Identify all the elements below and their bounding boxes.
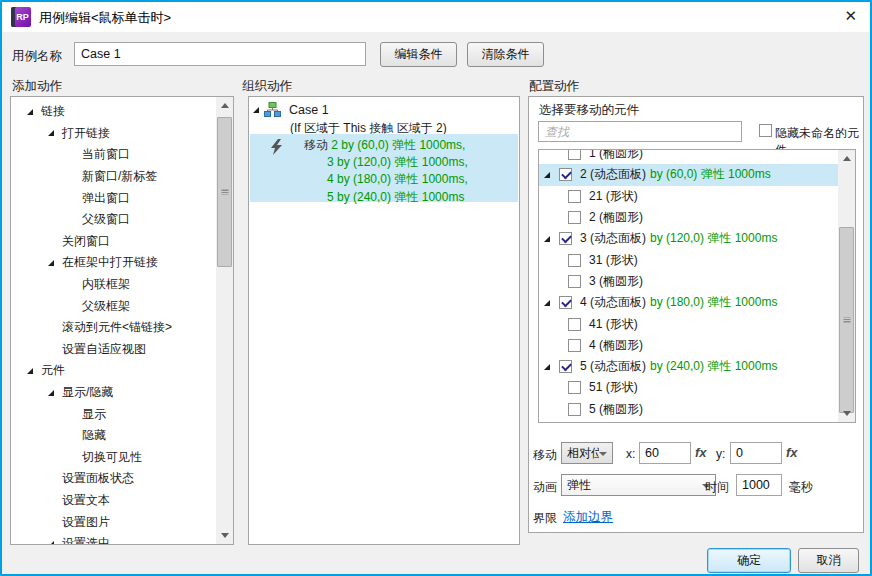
- cancel-button[interactable]: 取消: [798, 548, 859, 573]
- scroll-down-icon[interactable]: [216, 527, 233, 544]
- x-fx-button[interactable]: fx: [695, 445, 707, 460]
- selected-action[interactable]: 移动 2 by (60,0) 弹性 1000ms,3 by (120,0) 弹性…: [250, 134, 518, 202]
- action-tree-item[interactable]: 元件: [11, 360, 216, 382]
- action-tree-item[interactable]: 滚动到元件<锚链接>: [11, 317, 216, 339]
- widget-label: 5 (椭圆形): [589, 401, 643, 418]
- checkbox[interactable]: [568, 275, 581, 288]
- widget-row[interactable]: 21 (形状): [539, 186, 838, 207]
- widget-row[interactable]: 51 (形状): [539, 377, 838, 398]
- checkbox[interactable]: [568, 149, 581, 160]
- widget-row[interactable]: 4 (椭圆形): [539, 335, 838, 356]
- action-tree-item[interactable]: 显示: [11, 403, 216, 425]
- expand-triangle-icon[interactable]: [48, 130, 62, 136]
- scrollbar-thumb[interactable]: [839, 227, 854, 413]
- action-params: 3 by (120,0) 弹性 1000ms,: [327, 155, 468, 169]
- action-line: 5 by (240,0) 弹性 1000ms: [304, 189, 468, 206]
- action-tree-item[interactable]: 新窗口/新标签: [11, 166, 216, 188]
- widget-row[interactable]: 3 (椭圆形): [539, 271, 838, 292]
- time-input[interactable]: [736, 474, 782, 496]
- scroll-down-icon[interactable]: [838, 405, 855, 422]
- expand-triangle-icon[interactable]: [27, 109, 41, 115]
- widget-row[interactable]: 1 (椭圆形): [539, 149, 838, 164]
- expand-triangle-icon[interactable]: [544, 364, 557, 370]
- action-tree-item[interactable]: 设置图片: [11, 511, 216, 533]
- checkbox[interactable]: [559, 360, 572, 373]
- widget-row[interactable]: 41 (形状): [539, 313, 838, 334]
- widget-label: 5 (动态面板): [580, 358, 646, 375]
- expand-triangle-icon[interactable]: [544, 236, 557, 242]
- action-tree-item[interactable]: 内联框架: [11, 274, 216, 296]
- configure-actions-panel: 选择要移动的元件 隐藏未命名的元件 1 (椭圆形)2 (动态面板)by (60,…: [528, 96, 864, 533]
- action-tree-item[interactable]: 父级框架: [11, 295, 216, 317]
- action-verb: 移动: [304, 138, 331, 152]
- close-icon[interactable]: ✕: [844, 7, 857, 25]
- widget-row[interactable]: 4 (动态面板)by (180,0) 弹性 1000ms: [539, 292, 838, 313]
- action-tree-label: 父级框架: [82, 298, 130, 315]
- checkbox[interactable]: [559, 296, 572, 309]
- action-tree-item[interactable]: 打开链接: [11, 123, 216, 145]
- animation-select[interactable]: 弹性: [561, 474, 716, 496]
- action-tree-item[interactable]: 弹出窗口: [11, 187, 216, 209]
- scroll-up-icon[interactable]: [838, 150, 855, 167]
- search-input[interactable]: [538, 121, 742, 142]
- edit-condition-button[interactable]: 编辑条件: [380, 42, 457, 67]
- checkbox[interactable]: [568, 381, 581, 394]
- move-mode-select[interactable]: 相对位置: [561, 442, 613, 464]
- action-tree-item[interactable]: 切换可见性: [11, 447, 216, 469]
- action-tree-item[interactable]: 设置面板状态: [11, 468, 216, 490]
- scrollbar-thumb[interactable]: [217, 117, 232, 267]
- widget-row[interactable]: 5 (椭圆形): [539, 399, 838, 420]
- checkbox[interactable]: [568, 190, 581, 203]
- organize-actions-panel: Case 1 (If 区域于 This 接触 区域于 2) 移动 2 by (6…: [248, 96, 520, 545]
- checkbox[interactable]: [568, 339, 581, 352]
- widget-row[interactable]: 2 (动态面板)by (60,0) 弹性 1000ms: [539, 164, 838, 185]
- widget-row[interactable]: 5 (动态面板)by (240,0) 弹性 1000ms: [539, 356, 838, 377]
- ok-button[interactable]: 确定: [707, 548, 791, 573]
- y-fx-button[interactable]: fx: [786, 445, 798, 460]
- y-input[interactable]: [730, 442, 782, 464]
- action-tree-item[interactable]: 设置选中: [11, 533, 216, 544]
- checkbox[interactable]: [559, 232, 572, 245]
- widget-row[interactable]: 31 (形状): [539, 249, 838, 270]
- action-tree-item[interactable]: 关闭窗口: [11, 231, 216, 253]
- widget-row[interactable]: 3 (动态面板)by (120,0) 弹性 1000ms: [539, 228, 838, 249]
- hide-unnamed-checkbox[interactable]: [759, 124, 772, 137]
- action-tree-item[interactable]: 链接: [11, 101, 216, 123]
- action-tree-item[interactable]: 当前窗口: [11, 144, 216, 166]
- checkbox[interactable]: [568, 318, 581, 331]
- widget-row[interactable]: 2 (椭圆形): [539, 207, 838, 228]
- scroll-up-icon[interactable]: [216, 97, 233, 114]
- widget-label: 2 (椭圆形): [589, 209, 643, 226]
- case-name-input[interactable]: [74, 42, 366, 66]
- action-line: 移动 2 by (60,0) 弹性 1000ms,: [304, 137, 468, 154]
- x-input[interactable]: [639, 442, 691, 464]
- time-label: 时间: [705, 479, 729, 496]
- scrollbar[interactable]: [838, 150, 855, 422]
- add-boundary-link[interactable]: 添加边界: [563, 509, 613, 526]
- scrollbar[interactable]: [216, 97, 233, 544]
- action-tree-item[interactable]: 设置文本: [11, 490, 216, 512]
- action-tree-item[interactable]: 显示/隐藏: [11, 382, 216, 404]
- clear-condition-button[interactable]: 清除条件: [467, 42, 544, 67]
- checkbox[interactable]: [568, 211, 581, 224]
- expand-triangle-icon[interactable]: [253, 107, 259, 113]
- action-tree-label: 设置选中: [62, 535, 110, 544]
- expand-triangle-icon[interactable]: [48, 390, 62, 396]
- action-tree-item[interactable]: 设置自适应视图: [11, 339, 216, 361]
- action-tree-label: 弹出窗口: [82, 190, 130, 207]
- action-tree-item[interactable]: 隐藏: [11, 425, 216, 447]
- expand-triangle-icon[interactable]: [544, 300, 557, 306]
- action-params: 5 by (240,0) 弹性 1000ms: [327, 190, 464, 204]
- action-tree-item[interactable]: 在框架中打开链接: [11, 252, 216, 274]
- action-tree-item[interactable]: 父级窗口: [11, 209, 216, 231]
- action-tree-label: 设置图片: [62, 514, 110, 531]
- expand-triangle-icon[interactable]: [48, 260, 62, 266]
- checkbox[interactable]: [568, 254, 581, 267]
- expand-triangle-icon[interactable]: [544, 172, 557, 178]
- expand-triangle-icon[interactable]: [48, 541, 62, 544]
- action-text: 移动 2 by (60,0) 弹性 1000ms,3 by (120,0) 弹性…: [304, 137, 468, 206]
- expand-triangle-icon[interactable]: [27, 368, 41, 374]
- checkbox[interactable]: [568, 403, 581, 416]
- checkbox[interactable]: [559, 168, 572, 181]
- case-node[interactable]: Case 1: [253, 102, 329, 117]
